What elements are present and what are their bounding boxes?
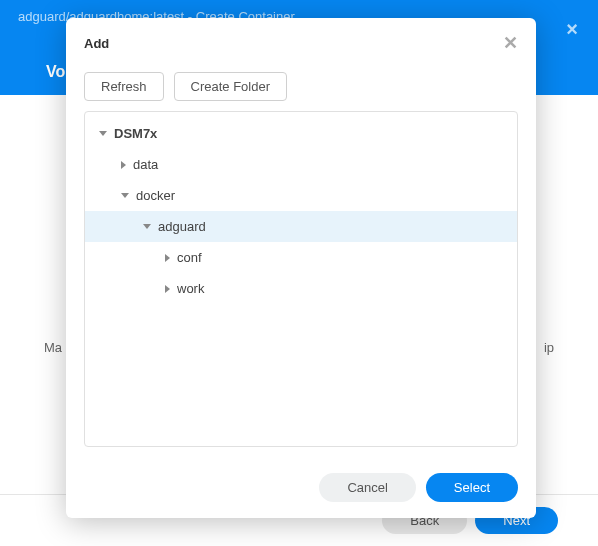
parent-close-icon[interactable]: × xyxy=(566,18,578,41)
tree-node-work[interactable]: work xyxy=(85,273,517,304)
chevron-down-icon[interactable] xyxy=(121,193,129,198)
modal-toolbar: Refresh Create Folder xyxy=(66,68,536,111)
close-icon[interactable]: ✕ xyxy=(503,32,518,54)
modal-title: Add xyxy=(84,36,109,51)
modal-header: Add ✕ xyxy=(66,18,536,68)
tree-node-label: conf xyxy=(177,250,202,265)
tree-node-label: docker xyxy=(136,188,175,203)
cancel-button[interactable]: Cancel xyxy=(319,473,415,502)
modal-footer: Cancel Select xyxy=(66,461,536,518)
bg-text-left: Ma xyxy=(44,340,62,355)
add-folder-modal: Add ✕ Refresh Create Folder DSM7xdatadoc… xyxy=(66,18,536,518)
tree-node-label: DSM7x xyxy=(114,126,157,141)
select-button[interactable]: Select xyxy=(426,473,518,502)
tree-node-adguard[interactable]: adguard xyxy=(85,211,517,242)
tree-node-label: adguard xyxy=(158,219,206,234)
chevron-down-icon[interactable] xyxy=(143,224,151,229)
folder-tree[interactable]: DSM7xdatadockeradguardconfwork xyxy=(84,111,518,447)
refresh-button[interactable]: Refresh xyxy=(84,72,164,101)
bg-text-right: ip xyxy=(544,340,554,355)
chevron-down-icon[interactable] xyxy=(99,131,107,136)
tree-node-label: data xyxy=(133,157,158,172)
chevron-right-icon[interactable] xyxy=(165,285,170,293)
tree-node-docker[interactable]: docker xyxy=(85,180,517,211)
tree-node-conf[interactable]: conf xyxy=(85,242,517,273)
tree-node-dsm7x[interactable]: DSM7x xyxy=(85,118,517,149)
tree-node-label: work xyxy=(177,281,204,296)
chevron-right-icon[interactable] xyxy=(121,161,126,169)
chevron-right-icon[interactable] xyxy=(165,254,170,262)
tree-node-data[interactable]: data xyxy=(85,149,517,180)
create-folder-button[interactable]: Create Folder xyxy=(174,72,287,101)
